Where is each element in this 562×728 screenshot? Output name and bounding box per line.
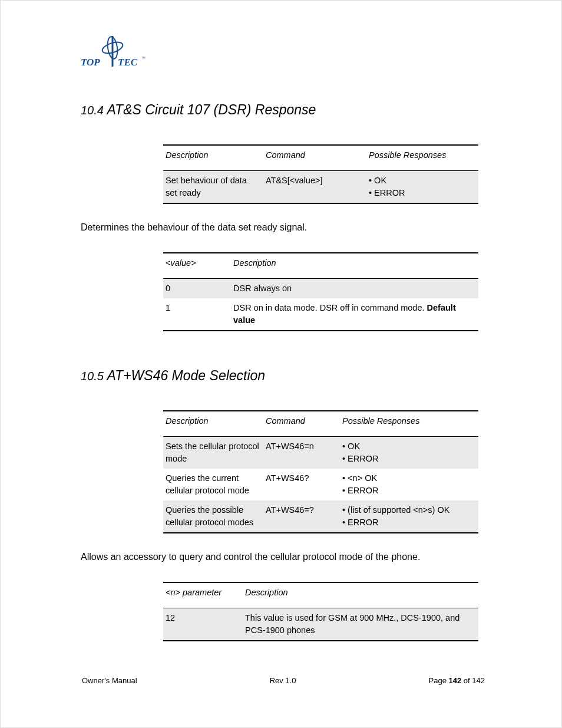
footer-right: Page 142 of 142: [429, 676, 485, 685]
section-number: 10.5: [81, 370, 104, 383]
cell-description: DSR always on: [231, 279, 478, 299]
value-table-104: <value> Description 0 DSR always on 1 DS…: [163, 252, 478, 331]
table-row: Sets the cellular protocol mode AT+WS46=…: [163, 437, 478, 469]
cell-description: Queries the possible cellular protocol m…: [163, 500, 263, 533]
cell-description: Set behaviour of data set ready: [163, 171, 263, 204]
cell-value: 0: [163, 279, 231, 299]
col-description: Description: [231, 253, 478, 279]
cell-description: DSR on in data mode. DSR off in command …: [231, 298, 478, 331]
col-command: Command: [263, 411, 340, 437]
col-responses: Possible Responses: [340, 411, 478, 437]
col-description: Description: [243, 582, 478, 608]
cell-command: AT&S[<value>]: [263, 171, 366, 204]
cell-description: Queries the current cellular protocol mo…: [163, 469, 263, 500]
section-heading-104: 10.4 AT&S Circuit 107 (DSR) Response: [81, 102, 486, 118]
table-row: Set behaviour of data set ready AT&S[<va…: [163, 171, 478, 204]
param-table-105: <n> parameter Description 12 This value …: [163, 582, 478, 641]
command-table-104: Description Command Possible Responses S…: [163, 144, 478, 204]
footer-left: Owner's Manual: [82, 676, 137, 685]
cell-description: This value is used for GSM at 900 MHz., …: [243, 608, 478, 641]
section-heading-105: 10.5 AT+WS46 Mode Selection: [81, 368, 486, 384]
section-105-body: Allows an accessory to query and control…: [81, 550, 486, 564]
command-table-105: Description Command Possible Responses S…: [163, 410, 478, 533]
cell-responses: • OK • ERROR: [340, 437, 478, 469]
logo-icon: TOP TEC ™: [81, 36, 146, 70]
svg-text:TOP: TOP: [81, 57, 100, 68]
col-param: <n> parameter: [163, 582, 243, 608]
col-responses: Possible Responses: [366, 145, 478, 171]
table-row: Queries the current cellular protocol mo…: [163, 469, 478, 500]
cell-param: 12: [163, 608, 243, 641]
toptec-logo: TOP TEC ™: [81, 36, 486, 73]
content-area: TOP TEC ™ 10.4 AT&S Circuit 107 (DSR) Re…: [23, 24, 539, 641]
table-row: 12 This value is used for GSM at 900 MHz…: [163, 608, 478, 641]
cell-responses: • <n> OK • ERROR: [340, 469, 478, 500]
section-104-body: Determines the behaviour of the data set…: [81, 220, 486, 235]
cell-command: AT+WS46=?: [263, 500, 340, 533]
section-number: 10.4: [81, 104, 104, 117]
cell-command: AT+WS46?: [263, 469, 340, 500]
cell-responses: • (list of supported <n>s) OK • ERROR: [340, 500, 478, 533]
page-footer: Owner's Manual Rev 1.0 Page 142 of 142: [82, 676, 485, 685]
col-command: Command: [263, 145, 366, 171]
svg-text:TEC: TEC: [118, 57, 138, 68]
table-row: 0 DSR always on: [163, 279, 478, 299]
cell-responses: • OK • ERROR: [366, 171, 478, 204]
table-row: Queries the possible cellular protocol m…: [163, 500, 478, 533]
cell-description: Sets the cellular protocol mode: [163, 437, 263, 469]
section-title: AT&S Circuit 107 (DSR) Response: [107, 102, 316, 117]
footer-center: Rev 1.0: [137, 676, 429, 685]
table-row: 1 DSR on in data mode. DSR off in comman…: [163, 298, 478, 331]
section-title: AT+WS46 Mode Selection: [107, 368, 265, 383]
page: TOP TEC ™ 10.4 AT&S Circuit 107 (DSR) Re…: [0, 0, 562, 728]
col-description: Description: [163, 411, 263, 437]
cell-command: AT+WS46=n: [263, 437, 340, 469]
col-description: Description: [163, 145, 263, 171]
col-value: <value>: [163, 253, 231, 279]
svg-text:™: ™: [141, 56, 146, 61]
cell-value: 1: [163, 298, 231, 331]
